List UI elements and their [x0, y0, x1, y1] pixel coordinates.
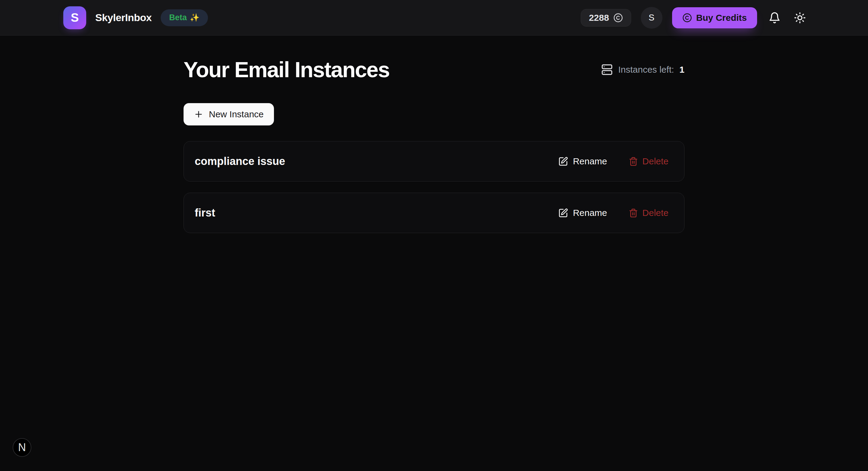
instance-card[interactable]: compliance issue Rename Delete — [184, 141, 684, 181]
instances-left-indicator: Instances left: 1 — [601, 64, 684, 76]
instances-left-value: 1 — [679, 64, 684, 75]
nextjs-dev-badge[interactable]: N — [13, 438, 31, 457]
avatar-letter: S — [649, 13, 654, 23]
rename-button[interactable]: Rename — [558, 208, 607, 218]
delete-label: Delete — [642, 208, 669, 218]
beta-badge: Beta ✨ — [161, 9, 208, 26]
instance-actions: Rename Delete — [558, 156, 669, 167]
delete-button[interactable]: Delete — [629, 208, 669, 218]
new-instance-label: New Instance — [209, 109, 264, 119]
instance-name: compliance issue — [195, 155, 285, 168]
topbar: S SkylerInbox Beta ✨ 2288 S Buy Credits — [0, 0, 868, 36]
trash-icon — [629, 208, 638, 218]
credits-count: 2288 — [589, 13, 609, 23]
sparkles-icon: ✨ — [190, 13, 199, 22]
brand-name: SkylerInbox — [95, 12, 152, 24]
bell-icon — [769, 12, 781, 24]
rename-label: Rename — [573, 156, 607, 167]
instances-left-label: Instances left: — [618, 64, 674, 75]
beta-badge-label: Beta — [169, 13, 187, 22]
credit-coin-icon — [613, 13, 623, 23]
credits-pill[interactable]: 2288 — [581, 9, 631, 27]
trash-icon — [629, 157, 638, 166]
notifications-button[interactable] — [767, 10, 782, 26]
edit-icon — [558, 208, 568, 218]
instance-card[interactable]: first Rename Delete — [184, 193, 684, 233]
new-instance-button[interactable]: New Instance — [184, 103, 274, 125]
instance-actions: Rename Delete — [558, 208, 669, 218]
app-screen: S SkylerInbox Beta ✨ 2288 S Buy Credits — [0, 0, 868, 471]
page-header-row: Your Email Instances Instances left: 1 — [184, 57, 684, 82]
nextjs-logo-icon: N — [18, 441, 26, 454]
topbar-actions: 2288 S Buy Credits — [581, 7, 808, 29]
brand-logo[interactable]: S — [63, 6, 86, 29]
brand-group: S SkylerInbox Beta ✨ — [63, 6, 208, 29]
page-title: Your Email Instances — [184, 57, 390, 82]
theme-toggle-button[interactable] — [792, 10, 808, 26]
rename-label: Rename — [573, 208, 607, 218]
rename-button[interactable]: Rename — [558, 156, 607, 167]
instance-name: first — [195, 207, 215, 219]
instance-list: compliance issue Rename Delete first — [184, 141, 684, 233]
server-icon — [601, 64, 613, 76]
sun-icon — [794, 12, 806, 24]
edit-icon — [558, 156, 568, 167]
delete-button[interactable]: Delete — [629, 156, 669, 167]
brand-logo-letter: S — [71, 11, 79, 24]
buy-credits-button[interactable]: Buy Credits — [672, 7, 757, 28]
plus-icon — [194, 110, 204, 119]
main-content: Your Email Instances Instances left: 1 N… — [184, 57, 684, 233]
credit-coin-icon — [682, 13, 692, 23]
delete-label: Delete — [642, 156, 669, 167]
buy-credits-label: Buy Credits — [696, 13, 747, 23]
user-avatar[interactable]: S — [641, 7, 662, 29]
